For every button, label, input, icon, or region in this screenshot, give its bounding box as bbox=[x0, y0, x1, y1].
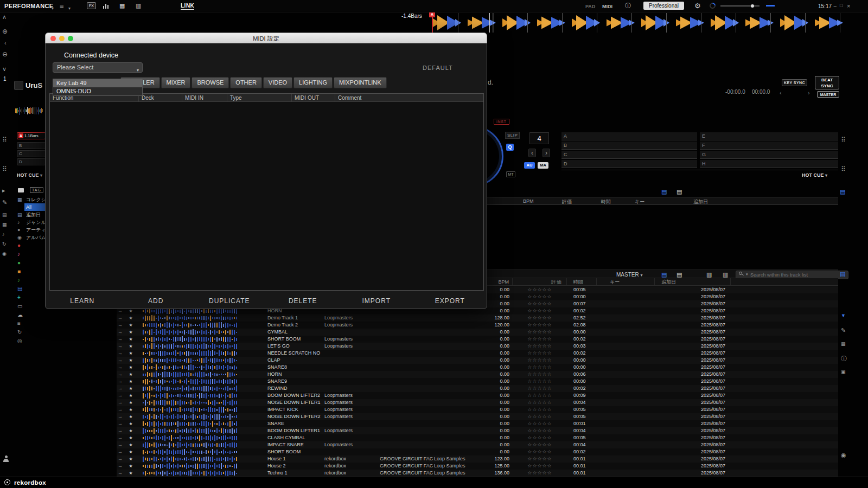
track-row[interactable]: SHORT BOOM 0.00 ☆☆☆☆☆ 00:02 2025/08/07 bbox=[117, 448, 838, 455]
load-arrow-icon[interactable] bbox=[118, 413, 126, 420]
favorite-star-icon[interactable] bbox=[126, 441, 135, 448]
dialog-tab[interactable]: LIGHTING bbox=[293, 77, 333, 88]
hot-cue-slot[interactable]: B bbox=[561, 142, 697, 150]
search-filter-caret-icon[interactable]: ▾ bbox=[746, 272, 748, 277]
panel-back-icon[interactable] bbox=[4, 40, 7, 46]
master-button[interactable]: MASTER bbox=[817, 91, 839, 98]
track-rating[interactable]: ☆☆☆☆☆ bbox=[513, 300, 567, 307]
track-rating[interactable]: ☆☆☆☆☆ bbox=[513, 307, 567, 314]
favorite-star-icon[interactable] bbox=[126, 463, 135, 470]
favorite-star-icon[interactable] bbox=[126, 343, 135, 350]
waveform-overview[interactable]: A bbox=[427, 13, 851, 33]
zoom-in-icon[interactable] bbox=[2, 28, 8, 35]
export-tracks-icon[interactable] bbox=[841, 313, 846, 318]
track-rating[interactable]: ☆☆☆☆☆ bbox=[513, 392, 567, 399]
load-arrow-icon[interactable] bbox=[118, 448, 126, 455]
load-arrow-icon[interactable] bbox=[118, 463, 126, 470]
pad-grid-icon-2[interactable] bbox=[2, 166, 7, 172]
deck1-hot-cue-selector[interactable]: HOT CUE ▾ bbox=[17, 172, 42, 178]
track-row[interactable]: IMPACT KICK Loopmasters 0.00 ☆☆☆☆☆ 00:05… bbox=[117, 406, 838, 413]
header-time[interactable]: 時間 bbox=[567, 278, 597, 285]
load-arrow-icon[interactable] bbox=[118, 470, 126, 477]
track-row[interactable]: LET'S GO Loopmasters 0.00 ☆☆☆☆☆ 00:03 20… bbox=[117, 343, 838, 350]
track-row[interactable]: House 2 rekordbox GROOVE CIRCUIT FAC Loo… bbox=[117, 463, 838, 470]
track-row[interactable]: REWIND 0.00 ☆☆☆☆☆ 00:02 2025/08/07 bbox=[117, 385, 838, 392]
fx-panel-button[interactable]: FX bbox=[87, 2, 96, 9]
inst-badge[interactable]: INST bbox=[494, 119, 509, 125]
volume-knob[interactable] bbox=[751, 4, 754, 8]
midi-mode-label[interactable]: MIDI bbox=[602, 4, 612, 9]
tag-filter-button[interactable]: TAG bbox=[30, 187, 43, 193]
two-pane-view-icon[interactable] bbox=[723, 272, 728, 278]
dialog-action-button[interactable]: LEARN bbox=[46, 294, 119, 307]
load-arrow-icon[interactable] bbox=[118, 314, 126, 322]
track-rating[interactable]: ☆☆☆☆☆ bbox=[513, 463, 567, 470]
maximize-icon[interactable] bbox=[840, 3, 843, 8]
favorite-star-icon[interactable] bbox=[126, 364, 135, 371]
midi-table-body[interactable] bbox=[50, 102, 483, 290]
dialog-tab[interactable]: MIXER bbox=[161, 77, 191, 88]
track-rating[interactable]: ☆☆☆☆☆ bbox=[513, 357, 567, 364]
load-arrow-icon[interactable] bbox=[118, 336, 126, 343]
load-arrow-icon[interactable] bbox=[118, 378, 126, 385]
hot-cue-slot[interactable]: E bbox=[700, 132, 838, 140]
dialog-titlebar[interactable]: MIDI 設定 bbox=[45, 33, 487, 43]
device-select[interactable]: Please Select ▾ bbox=[53, 62, 143, 73]
user-profile-icon[interactable] bbox=[3, 455, 9, 462]
upper-list-view-icon[interactable] bbox=[661, 189, 667, 195]
track-row[interactable]: Demo Track 2 Loopmasters 120.00 ☆☆☆☆☆ 02… bbox=[117, 322, 838, 329]
device-option[interactable]: OMNIS-DUO bbox=[53, 87, 142, 95]
link-button[interactable]: LINK bbox=[181, 3, 194, 10]
mode-selector[interactable]: PERFORMANCE bbox=[4, 3, 54, 9]
detail-view-icon[interactable] bbox=[676, 272, 682, 278]
sampler-panel-icon[interactable] bbox=[119, 3, 125, 9]
track-rating[interactable]: ☆☆☆☆☆ bbox=[513, 406, 567, 413]
track-rating[interactable]: ☆☆☆☆☆ bbox=[513, 455, 567, 463]
track-rating[interactable]: ☆☆☆☆☆ bbox=[513, 441, 567, 448]
pad-grid-icon[interactable] bbox=[2, 137, 7, 143]
upper-header-bpm[interactable]: BPM bbox=[523, 198, 534, 204]
track-row[interactable]: BOOM DOWN LIFTER1 Loopmasters 0.00 ☆☆☆☆☆… bbox=[117, 427, 838, 434]
list-view-icon[interactable] bbox=[661, 272, 667, 278]
favorite-star-icon[interactable] bbox=[126, 329, 135, 336]
collapse-down-icon[interactable] bbox=[2, 66, 7, 72]
track-rating[interactable]: ☆☆☆☆☆ bbox=[513, 420, 567, 427]
disc-icon[interactable] bbox=[2, 252, 7, 256]
dialog-action-button[interactable]: DUPLICATE bbox=[193, 294, 266, 307]
midi-table-header-cell[interactable]: MIDI OUT bbox=[292, 94, 335, 101]
sampler-deck-icon[interactable] bbox=[841, 452, 846, 458]
settings-gear-icon[interactable] bbox=[694, 2, 701, 9]
track-rating[interactable]: ☆☆☆☆☆ bbox=[513, 364, 567, 371]
load-arrow-icon[interactable] bbox=[118, 427, 126, 434]
track-rating[interactable]: ☆☆☆☆☆ bbox=[513, 385, 567, 392]
slip-button[interactable]: SLIP bbox=[505, 132, 520, 139]
beat-sync-button[interactable]: BEAT SYNC bbox=[815, 76, 839, 89]
load-arrow-icon[interactable] bbox=[118, 322, 126, 329]
dialog-action-button[interactable]: ADD bbox=[119, 294, 193, 307]
edit-icon[interactable] bbox=[2, 200, 7, 206]
track-rating[interactable]: ☆☆☆☆☆ bbox=[513, 314, 567, 322]
track-rating[interactable]: ☆☆☆☆☆ bbox=[513, 336, 567, 343]
favorite-star-icon[interactable] bbox=[126, 350, 135, 357]
upper-header-added[interactable]: 追加日 bbox=[693, 198, 708, 206]
track-row[interactable]: BOOM DOWN LIFTER2 Loopmasters 0.00 ☆☆☆☆☆… bbox=[117, 392, 838, 399]
track-rating[interactable]: ☆☆☆☆☆ bbox=[513, 434, 567, 441]
hot-cue-slot[interactable]: C bbox=[561, 151, 697, 159]
track-row[interactable]: NEEDLE SCRATCH NO 0.00 ☆☆☆☆☆ 00:02 2025/… bbox=[117, 350, 838, 357]
folder-icon[interactable] bbox=[18, 188, 24, 192]
browser-expand-icon[interactable] bbox=[2, 188, 5, 194]
dialog-tab[interactable]: BROWSE bbox=[192, 77, 229, 88]
deck2-hot-cue-selector[interactable]: HOT CUE ▾ bbox=[802, 172, 827, 178]
favorite-star-icon[interactable] bbox=[126, 336, 135, 343]
favorite-star-icon[interactable] bbox=[126, 413, 135, 420]
favorite-star-icon[interactable] bbox=[126, 322, 135, 329]
dialog-action-button[interactable]: DELETE bbox=[266, 294, 340, 307]
deck1-memory-cue-chip[interactable]: A 1.1Bars bbox=[17, 132, 46, 139]
dialog-action-button[interactable]: IMPORT bbox=[340, 294, 413, 307]
midi-table-header-cell[interactable]: Comment bbox=[335, 94, 483, 101]
favorite-star-icon[interactable] bbox=[126, 399, 135, 406]
playlist-icon[interactable] bbox=[2, 213, 7, 217]
favorite-star-icon[interactable] bbox=[126, 406, 135, 413]
sidebar-shortcut[interactable] bbox=[15, 337, 50, 345]
default-button[interactable]: DEFAULT bbox=[423, 65, 453, 71]
